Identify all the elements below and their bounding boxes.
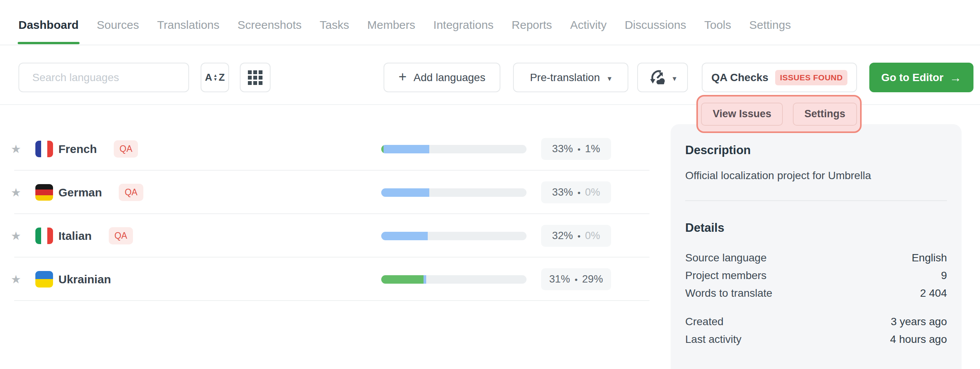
language-name[interactable]: German bbox=[58, 186, 102, 199]
favorite-star-icon[interactable]: ★ bbox=[11, 142, 21, 156]
tab-settings[interactable]: Settings bbox=[749, 18, 791, 32]
qa-badge[interactable]: QA bbox=[119, 184, 143, 201]
language-row-german: ★ German QA 33% • 0% bbox=[0, 171, 649, 214]
translated-percent: 31% bbox=[549, 273, 570, 285]
cloud-sync-icon bbox=[649, 69, 666, 86]
plus-icon: + bbox=[399, 69, 407, 85]
tab-reports[interactable]: Reports bbox=[512, 18, 552, 32]
detail-value: English bbox=[912, 249, 947, 267]
description-heading: Description bbox=[685, 143, 947, 157]
qa-settings-button[interactable]: Settings bbox=[793, 103, 857, 126]
qa-checks-popup: View Issues Settings bbox=[696, 95, 862, 133]
translated-percent: 32% bbox=[552, 230, 573, 242]
progress-percentages: 31% • 29% bbox=[541, 268, 611, 290]
caret-down-icon: ▾ bbox=[673, 74, 676, 83]
add-languages-button[interactable]: + Add languages bbox=[384, 63, 500, 92]
project-nav: Dashboard Sources Translations Screensho… bbox=[0, 0, 980, 45]
detail-row-project-members: Project members 9 bbox=[685, 267, 947, 284]
arrow-right-icon: → bbox=[950, 71, 962, 85]
detail-label: Words to translate bbox=[685, 284, 772, 302]
search-input[interactable] bbox=[32, 71, 175, 84]
tab-tasks[interactable]: Tasks bbox=[320, 18, 349, 32]
bullet-separator: • bbox=[578, 188, 581, 198]
translated-percent: 33% bbox=[552, 186, 573, 198]
pre-translation-label: Pre-translation bbox=[530, 71, 600, 84]
panel-divider bbox=[685, 200, 947, 201]
favorite-star-icon[interactable]: ★ bbox=[11, 186, 21, 199]
qa-checks-label: QA Checks bbox=[711, 71, 768, 84]
translated-percent: 33% bbox=[552, 143, 573, 155]
search-languages-field[interactable] bbox=[18, 63, 189, 92]
approved-percent: 0% bbox=[585, 186, 600, 198]
description-text: Official localization project for Umbrel… bbox=[685, 170, 947, 182]
italian-flag-icon bbox=[35, 228, 53, 244]
tab-members[interactable]: Members bbox=[367, 18, 415, 32]
detail-label: Created bbox=[685, 313, 724, 331]
progress-percentages: 33% • 1% bbox=[541, 138, 611, 160]
progress-percentages: 32% • 0% bbox=[541, 225, 611, 247]
caret-down-icon: ▾ bbox=[608, 74, 611, 83]
details-secondary-group: Created 3 years ago Last activity 4 hour… bbox=[685, 313, 947, 348]
tab-activity[interactable]: Activity bbox=[570, 18, 606, 32]
favorite-star-icon[interactable]: ★ bbox=[11, 229, 21, 243]
ukrainian-flag-icon bbox=[35, 271, 53, 288]
az-sort-icon: A ▲▼ Z bbox=[205, 71, 225, 83]
tab-sources[interactable]: Sources bbox=[97, 18, 139, 32]
detail-row-source-language: Source language English bbox=[685, 249, 947, 267]
issues-found-badge: ISSUES FOUND bbox=[775, 70, 847, 85]
favorite-star-icon[interactable]: ★ bbox=[11, 273, 21, 286]
progress-bar bbox=[381, 232, 527, 240]
sync-dropdown-button[interactable]: ▾ bbox=[637, 63, 688, 92]
bullet-separator: • bbox=[578, 231, 581, 241]
grid-view-button[interactable] bbox=[240, 63, 271, 92]
details-primary-group: Source language English Project members … bbox=[685, 249, 947, 302]
qa-checks-button[interactable]: QA Checks ISSUES FOUND bbox=[702, 63, 857, 92]
qa-badge[interactable]: QA bbox=[114, 140, 138, 158]
tab-dashboard[interactable]: Dashboard bbox=[18, 18, 79, 32]
add-languages-label: Add languages bbox=[414, 71, 485, 84]
progress-percentages: 33% • 0% bbox=[541, 181, 611, 203]
tab-discussions[interactable]: Discussions bbox=[625, 18, 686, 32]
detail-value: 9 bbox=[941, 267, 947, 284]
detail-row-last-activity: Last activity 4 hours ago bbox=[685, 331, 947, 348]
detail-value: 4 hours ago bbox=[890, 331, 947, 348]
language-list: ★ French QA 33% • 1% ★ German QA 33% • 0… bbox=[0, 127, 649, 301]
go-to-editor-button[interactable]: Go to Editor → bbox=[869, 63, 973, 92]
detail-label: Last activity bbox=[685, 331, 741, 348]
detail-row-words-to-translate: Words to translate 2 404 bbox=[685, 284, 947, 302]
french-flag-icon bbox=[35, 141, 53, 157]
view-issues-button[interactable]: View Issues bbox=[701, 103, 783, 126]
grid-icon bbox=[248, 70, 262, 85]
tab-screenshots[interactable]: Screenshots bbox=[238, 18, 302, 32]
details-heading: Details bbox=[685, 221, 947, 235]
detail-label: Source language bbox=[685, 249, 767, 267]
detail-value: 3 years ago bbox=[891, 313, 947, 331]
progress-bar bbox=[381, 145, 527, 153]
language-row-french: ★ French QA 33% • 1% bbox=[0, 127, 649, 171]
german-flag-icon bbox=[35, 184, 53, 201]
detail-row-created: Created 3 years ago bbox=[685, 313, 947, 331]
language-name[interactable]: French bbox=[58, 143, 97, 156]
language-name[interactable]: Ukrainian bbox=[58, 273, 111, 286]
sort-languages-button[interactable]: A ▲▼ Z bbox=[201, 63, 229, 92]
progress-bar bbox=[381, 188, 527, 197]
language-row-ukrainian: ★ Ukrainian 31% • 29% bbox=[0, 258, 649, 301]
approved-percent: 29% bbox=[582, 273, 603, 285]
tab-tools[interactable]: Tools bbox=[704, 18, 731, 32]
project-details-panel: Description Official localization projec… bbox=[671, 124, 962, 369]
language-name[interactable]: Italian bbox=[58, 229, 92, 243]
bullet-separator: • bbox=[578, 145, 581, 155]
detail-label: Project members bbox=[685, 267, 767, 284]
qa-badge[interactable]: QA bbox=[109, 227, 133, 244]
tab-integrations[interactable]: Integrations bbox=[434, 18, 494, 32]
tab-translations[interactable]: Translations bbox=[157, 18, 219, 32]
pre-translation-button[interactable]: Pre-translation ▾ bbox=[513, 63, 628, 92]
approved-percent: 0% bbox=[585, 230, 600, 242]
approved-percent: 1% bbox=[585, 143, 600, 155]
language-row-italian: ★ Italian QA 32% • 0% bbox=[0, 214, 649, 258]
progress-bar bbox=[381, 275, 527, 284]
go-to-editor-label: Go to Editor bbox=[881, 71, 943, 84]
detail-value: 2 404 bbox=[920, 284, 947, 302]
bullet-separator: • bbox=[575, 275, 578, 285]
